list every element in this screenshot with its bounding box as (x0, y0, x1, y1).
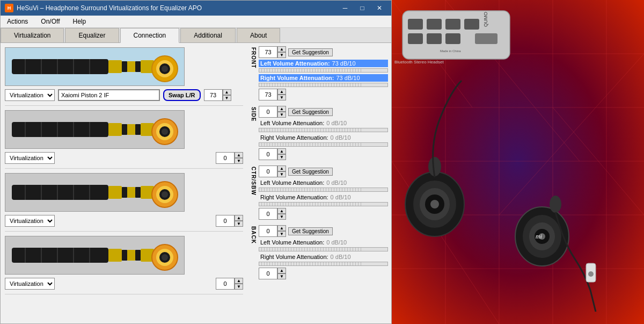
svg-rect-45 (127, 61, 135, 72)
back-spinbox-down[interactable]: ▼ (235, 284, 243, 290)
side-left-slider[interactable] (259, 128, 388, 132)
ctr-top-spinbox-down[interactable]: ▼ (277, 171, 286, 177)
side-right-slider[interactable] (259, 142, 388, 147)
back-spinbox-value[interactable] (216, 278, 235, 290)
ctr-spinbox-down[interactable]: ▼ (235, 221, 243, 227)
svg-rect-59 (108, 123, 122, 136)
front-top-spinbox-down[interactable]: ▼ (277, 52, 286, 58)
ctr-jack-row (5, 173, 243, 212)
menu-actions[interactable]: Actions (3, 17, 32, 26)
ctr-spinbox-up[interactable]: ▲ (235, 215, 243, 221)
ctr-top-spinbox-up[interactable]: ▲ (277, 165, 286, 171)
window-title: HeSuVi – Headphone Surround Virtualizati… (17, 4, 202, 12)
svg-rect-90 (12, 248, 108, 263)
side-top-spinbox-down[interactable]: ▼ (277, 112, 286, 118)
back-top-spinbox-value[interactable] (259, 225, 277, 237)
front-bottom-spinbox-down[interactable]: ▼ (277, 95, 286, 100)
menu-onoff[interactable]: On/Off (36, 17, 64, 26)
svg-rect-44 (122, 61, 127, 72)
back-bottom-spinbox-down[interactable]: ▼ (277, 273, 286, 279)
window-controls: ─ □ ✕ (338, 3, 387, 13)
back-top-spinbox-up[interactable]: ▲ (277, 225, 286, 231)
ctr-get-suggestion-button[interactable]: Get Suggestion (288, 168, 333, 176)
ctr-left-slider[interactable] (259, 188, 388, 192)
ctr-top-spinbox-value[interactable] (259, 165, 277, 177)
front-get-suggestion-button[interactable]: Get Suggestion (288, 48, 333, 56)
svg-rect-75 (108, 186, 122, 199)
front-jack-row (5, 47, 243, 86)
side-top-spinbox-up[interactable]: ▲ (277, 106, 286, 112)
back-right-slider[interactable] (259, 262, 388, 266)
front-right-slider[interactable] (259, 83, 388, 87)
side-jack-image (5, 110, 185, 149)
back-top-spinbox-down[interactable]: ▼ (277, 231, 286, 237)
tab-equalizer[interactable]: Equalizer (65, 28, 119, 42)
side-bottom-spinbox-down[interactable]: ▼ (277, 154, 286, 160)
main-window: H HeSuVi – Headphone Surround Virtualiza… (0, 0, 392, 324)
back-spinbox-up[interactable]: ▲ (235, 278, 243, 284)
side-dropdown[interactable]: Virtualization (5, 152, 55, 164)
svg-rect-92 (122, 250, 127, 261)
ctr-spinbox-value[interactable] (216, 215, 235, 227)
svg-point-57 (162, 66, 168, 72)
side-right-value: 0 dB/10 (331, 134, 351, 141)
back-dropdown[interactable]: Virtualization (5, 278, 55, 290)
tab-connection[interactable]: Connection (120, 28, 180, 43)
side-spinbox-value[interactable] (216, 152, 235, 164)
svg-point-105 (162, 254, 168, 261)
svg-rect-93 (127, 250, 135, 261)
tab-additional[interactable]: Additional (180, 28, 236, 42)
front-dropdown[interactable]: Virtualization (5, 89, 55, 101)
side-bottom-spinbox-value[interactable] (259, 148, 277, 160)
front-spinbox-up[interactable]: ▲ (223, 89, 231, 95)
side-spinbox-down[interactable]: ▼ (235, 158, 243, 164)
ctr-section: Virtualization ▲ ▼ (5, 173, 243, 232)
front-top-spinbox-value[interactable] (259, 46, 277, 58)
ctr-bottom-spinbox-up[interactable]: ▲ (277, 208, 286, 214)
maximize-button[interactable]: □ (355, 3, 370, 13)
back-spinbox: ▲ ▼ (216, 278, 243, 290)
front-top-spinbox-up[interactable]: ▲ (277, 46, 286, 52)
svg-point-89 (162, 191, 168, 198)
front-bottom-spinbox-value[interactable] (259, 89, 277, 100)
back-bottom-spinbox-value[interactable] (259, 268, 277, 279)
front-spinbox-value[interactable] (204, 89, 223, 101)
tab-virtualization[interactable]: Virtualization (1, 28, 64, 42)
swap-lr-button[interactable]: Swap L/R (163, 89, 201, 101)
menu-bar: Actions On/Off Help (1, 16, 391, 28)
ctr-volume-section: CTR/SBW ▲ ▼ Get Suggestion (251, 165, 388, 220)
content-area: Virtualization Xaiomi Piston 2 IF Swap L… (1, 43, 391, 323)
back-right-label: Right Volume Attenuation: (260, 254, 328, 260)
front-left-slider[interactable] (259, 68, 388, 73)
front-section: Virtualization Xaiomi Piston 2 IF Swap L… (5, 47, 243, 106)
tab-bar: Virtualization Equalizer Connection Addi… (1, 28, 391, 43)
back-get-suggestion-button[interactable]: Get Suggestion (288, 227, 333, 235)
ctr-bottom-spinbox-value[interactable] (259, 208, 277, 220)
side-channel-label: SIDE (251, 107, 257, 121)
ctr-right-slider[interactable] (259, 202, 388, 206)
menu-help[interactable]: Help (69, 17, 91, 26)
minimize-button[interactable]: ─ (338, 3, 353, 13)
svg-rect-22 (445, 33, 460, 44)
close-button[interactable]: ✕ (372, 3, 387, 13)
ctr-bottom-spinbox-down[interactable]: ▼ (277, 214, 286, 220)
side-spinbox-up[interactable]: ▲ (235, 152, 243, 158)
side-get-suggestion-button[interactable]: Get Suggestion (288, 108, 333, 116)
side-controls-row: Virtualization ▲ ▼ (5, 152, 243, 164)
svg-rect-78 (135, 187, 141, 198)
svg-point-73 (162, 128, 168, 135)
front-spinbox-down[interactable]: ▼ (223, 95, 231, 101)
svg-rect-16 (408, 19, 423, 30)
side-bottom-spinbox-up[interactable]: ▲ (277, 148, 286, 154)
ctr-dropdown[interactable]: Virtualization (5, 215, 55, 227)
tab-about[interactable]: About (237, 28, 280, 42)
back-left-slider[interactable] (259, 247, 388, 251)
svg-text:Bluetooth Stereo Headset: Bluetooth Stereo Headset (394, 60, 444, 64)
front-right-label: Right Volume Attenuation: (260, 75, 334, 81)
back-jack-image (5, 236, 185, 275)
back-bottom-spinbox-up[interactable]: ▲ (277, 268, 286, 273)
front-controls-row: Virtualization Xaiomi Piston 2 IF Swap L… (5, 89, 243, 101)
front-input[interactable]: Xaiomi Piston 2 IF (58, 89, 160, 101)
front-bottom-spinbox-up[interactable]: ▲ (277, 89, 286, 95)
side-top-spinbox-value[interactable] (259, 106, 277, 118)
